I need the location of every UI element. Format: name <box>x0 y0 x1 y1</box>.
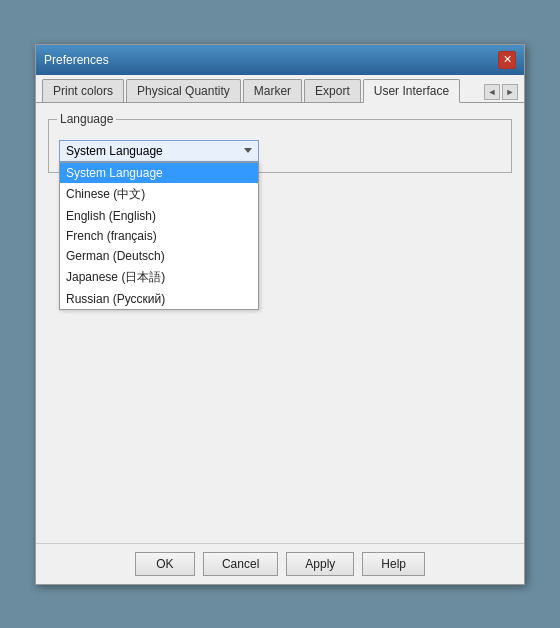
language-dropdown[interactable]: System Language <box>59 140 259 162</box>
language-dropdown-wrapper: System Language System Language Chinese … <box>59 140 501 162</box>
dropdown-item-japanese[interactable]: Japanese (日本語) <box>60 266 258 289</box>
language-group-label: Language <box>57 112 116 126</box>
dialog-title: Preferences <box>44 53 109 67</box>
dropdown-item-system[interactable]: System Language <box>60 163 258 183</box>
ok-button[interactable]: OK <box>135 552 195 576</box>
title-bar: Preferences ✕ <box>36 45 524 75</box>
tab-marker[interactable]: Marker <box>243 79 302 102</box>
dropdown-item-french[interactable]: French (français) <box>60 226 258 246</box>
cancel-button[interactable]: Cancel <box>203 552 278 576</box>
dropdown-arrow-icon <box>244 148 252 153</box>
dropdown-item-chinese[interactable]: Chinese (中文) <box>60 183 258 206</box>
tab-physical-quantity[interactable]: Physical Quantity <box>126 79 241 102</box>
tab-next-button[interactable]: ► <box>502 84 518 100</box>
dropdown-selected-label: System Language <box>66 144 163 158</box>
tab-navigation: ◄ ► <box>484 84 518 102</box>
footer: OK Cancel Apply Help <box>36 543 524 584</box>
main-content: Language System Language System Language… <box>36 103 524 543</box>
dropdown-item-german[interactable]: German (Deutsch) <box>60 246 258 266</box>
tab-export[interactable]: Export <box>304 79 361 102</box>
dropdown-item-russian[interactable]: Russian (Русский) <box>60 289 258 309</box>
tab-user-interface[interactable]: User Interface <box>363 79 460 103</box>
apply-button[interactable]: Apply <box>286 552 354 576</box>
tabs-bar: Print colors Physical Quantity Marker Ex… <box>36 75 524 103</box>
close-button[interactable]: ✕ <box>498 51 516 69</box>
language-dropdown-list: System Language Chinese (中文) English (En… <box>59 162 259 310</box>
tab-prev-button[interactable]: ◄ <box>484 84 500 100</box>
preferences-dialog: Preferences ✕ Print colors Physical Quan… <box>35 44 525 585</box>
help-button[interactable]: Help <box>362 552 425 576</box>
dropdown-item-english[interactable]: English (English) <box>60 206 258 226</box>
tab-print-colors[interactable]: Print colors <box>42 79 124 102</box>
language-group: Language System Language System Language… <box>48 119 512 173</box>
